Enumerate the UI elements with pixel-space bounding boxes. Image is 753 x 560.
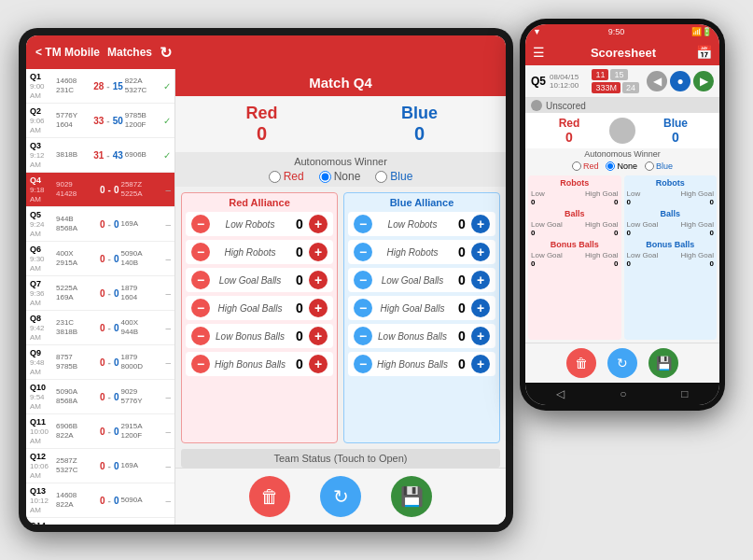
low-robots-label-blue: Low Robots [372,219,453,230]
radio-none[interactable]: None [319,170,361,183]
status-time: 9:50 [608,27,625,36]
high-goal-minus-blue[interactable]: − [354,299,372,317]
sidebar-row[interactable]: Q49:18 AM 902941428 0 - 0 2587Z5225A – [26,173,174,207]
low-bonus-minus-blue[interactable]: − [354,327,372,345]
phone-save-button[interactable]: 💾 [648,348,678,378]
sidebar-row[interactable]: Q59:24 AM 944B8568A 0 - 0 169A – [26,207,174,242]
radio-blue-input[interactable] [375,171,387,183]
high-robots-plus-red[interactable]: + [309,243,328,261]
nav-next-button[interactable]: ▶ [693,71,714,91]
main-content: Match Q4 Red 0 Blue 0 Autonomous Winner [175,69,506,525]
sidebar-row[interactable]: Q69:30 AM 400X2915A 0 - 0 5090A140B – [26,242,174,276]
sidebar-row[interactable]: Q109:54 AM 5090A8568A 0 - 0 90295776Y – [26,380,174,414]
phone-blue-balls-title: Balls [627,209,715,218]
nav-home-icon[interactable]: ○ [620,387,626,400]
high-bonus-minus-blue[interactable]: − [354,355,372,373]
sidebar-row[interactable]: Q29:06 AM 5776Y1604 33 - 50 9785B1200F ✓ [26,104,174,138]
phone-status-bar: ▼ 9:50 📶🔋 [525,24,719,39]
sidebar-row[interactable]: Q19:00 AM 14608231C 28 - 15 822A5327C ✓ [26,69,174,104]
phone-radio-none[interactable]: None [606,161,637,171]
radio-blue[interactable]: Blue [375,170,412,183]
menu-icon[interactable]: ☰ [533,45,545,60]
phone-blue-robots-vals: 0 0 [627,198,715,206]
sync-button[interactable]: ↻ [320,476,361,517]
phone-nav-bar: ◁ ○ □ [525,383,719,405]
radio-red-input[interactable] [269,171,281,183]
phone-alliance-row: Red 0 Blue 0 [525,113,719,148]
phone-red-balls-labels: Low Goal High Goal [531,220,619,229]
phone-score1: 11 [592,69,608,80]
sidebar-row[interactable]: Q89:42 AM 231C3818B 0 - 0 400X944B – [26,311,174,345]
high-bonus-plus-red[interactable]: + [309,355,328,373]
high-goal-label-red: High Goal Balls [210,303,290,314]
alliances-grid: Red Alliance − Low Robots 0 + − High Rob… [175,187,506,449]
phone-screen: ▼ 9:50 📶🔋 ☰ Scoresheet 📅 Q5 08/04/15 10:… [525,24,719,405]
counter-low-robots-red: − Low Robots 0 + [186,212,333,236]
phone-radio-blue[interactable]: Blue [645,161,673,171]
nav-recent-icon[interactable]: □ [681,387,688,400]
matches-label: Matches [107,46,152,59]
low-bonus-plus-blue[interactable]: + [471,327,490,345]
sidebar-row[interactable]: Q1410:18 AM 6906B8000D 0 - 0 5225A8568A … [26,518,174,525]
refresh-icon[interactable]: ↻ [160,44,172,62]
low-bonus-minus-red[interactable]: − [191,327,210,345]
counter-low-bonus-red: − Low Bonus Balls 0 + [186,324,333,348]
high-goal-plus-blue[interactable]: + [471,299,490,317]
radio-red[interactable]: Red [269,170,304,183]
high-goal-minus-red[interactable]: − [191,299,210,317]
high-goal-plus-red[interactable]: + [309,299,328,317]
low-robots-minus-red[interactable]: − [191,215,210,233]
red-alliance-header: Red 0 [190,104,333,145]
low-goal-minus-blue[interactable]: − [354,271,372,289]
blue-alliance-label: Blue Alliance [348,197,495,208]
phone-toolbar: ☰ Scoresheet 📅 [525,39,719,65]
high-robots-minus-red[interactable]: − [191,243,210,261]
nav-back-icon[interactable]: ◁ [556,387,565,400]
radio-none-input[interactable] [319,171,331,183]
low-bonus-plus-red[interactable]: + [309,327,328,345]
phone-auto-radios: Red None Blue [525,160,719,173]
phone-blue-bonus-title: Bonus Balls [627,240,715,249]
phone-radio-red[interactable]: Red [572,161,599,171]
low-bonus-label-red: Low Bonus Balls [210,331,290,342]
high-bonus-minus-red[interactable]: − [191,355,210,373]
low-goal-minus-red[interactable]: − [191,271,210,289]
low-robots-minus-blue[interactable]: − [354,215,372,233]
sidebar-row[interactable]: Q79:36 AM 5225A169A 0 - 0 18791604 – [26,276,174,311]
status-left: ▼ [533,27,541,36]
tablet-body: Q19:00 AM 14608231C 28 - 15 822A5327C ✓ … [26,69,506,525]
counter-low-bonus-blue: − Low Bonus Balls 0 + [348,324,495,348]
nav-prev-button[interactable]: ◀ [647,71,667,91]
low-goal-plus-blue[interactable]: + [471,271,490,289]
phone-blue-balls-vals: 0 0 [627,229,715,237]
sidebar-row[interactable]: Q1210:06 AM 2587Z5327C 0 - 0 169A – [26,449,174,483]
back-button[interactable]: < TM Mobile [35,46,100,59]
counter-low-robots-blue: − Low Robots 0 + [348,212,495,236]
delete-button[interactable]: 🗑 [249,476,290,517]
nav-home-button[interactable]: ● [670,71,690,91]
phone-blue-bonus-vals: 0 0 [627,259,715,268]
calendar-icon[interactable]: 📅 [696,45,712,60]
low-robots-plus-red[interactable]: + [309,215,328,233]
counter-high-goal-red: − High Goal Balls 0 + [186,296,333,320]
save-button[interactable]: 💾 [391,476,432,517]
high-robots-minus-blue[interactable]: − [354,243,372,261]
low-robots-plus-blue[interactable]: + [471,215,490,233]
high-bonus-plus-blue[interactable]: + [471,355,490,373]
tablet: < TM Mobile Matches ↻ Q19:00 AM 14608231… [19,28,513,532]
toolbar-title: Scoresheet [551,46,696,60]
high-robots-plus-blue[interactable]: + [471,243,490,261]
sidebar-row[interactable]: Q39:12 AM 3818B 31 - 43 6906B ✓ [26,138,174,173]
high-goal-val-blue: 0 [453,301,471,315]
team-status[interactable]: Team Status (Touch to Open) [181,449,500,468]
low-goal-plus-red[interactable]: + [309,271,328,289]
radio-group: Red None Blue [190,170,491,183]
sidebar-row[interactable]: Q1310:12 AM 14608822A 0 - 0 5090A – [26,483,174,518]
phone-delete-button[interactable]: 🗑 [566,348,596,378]
blue-score: 0 [348,123,491,145]
sidebar-row[interactable]: Q1110:00 AM 6906B822A 0 - 0 2915A1200F – [26,414,174,449]
phone-sync-button[interactable]: ↻ [607,348,637,378]
sidebar-row[interactable]: Q99:48 AM 87579785B 0 - 0 18798000D – [26,345,174,380]
counter-high-goal-blue: − High Goal Balls 0 + [348,296,495,320]
high-bonus-val-red: 0 [290,357,309,371]
